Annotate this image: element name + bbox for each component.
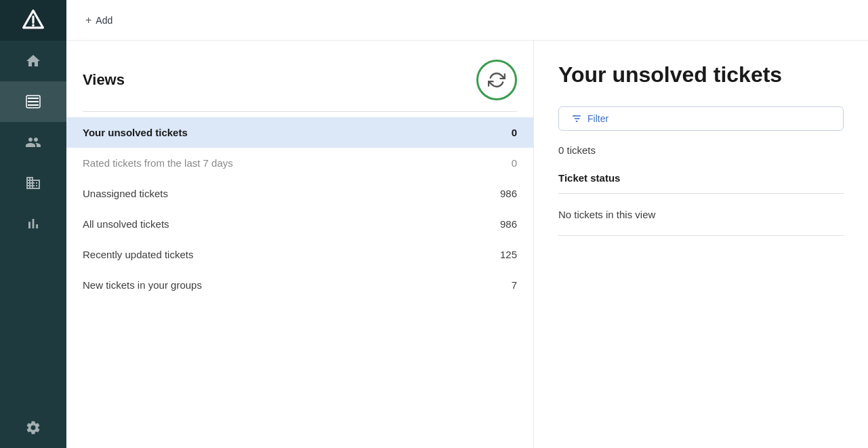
no-tickets-message: No tickets in this view [558,194,844,236]
plus-icon: + [85,14,91,26]
view-item-count: 0 [512,157,517,169]
view-item-your-unsolved[interactable]: Your unsolved tickets 0 [66,117,533,148]
views-list: Your unsolved tickets 0 Rated tickets fr… [66,112,533,306]
svg-point-7 [574,115,575,117]
topbar: + Add [66,0,868,41]
views-title: Views [83,71,125,89]
view-item-all-unsolved[interactable]: All unsolved tickets 986 [66,209,533,239]
add-button[interactable]: + Add [80,10,118,30]
view-item-count: 986 [500,218,517,230]
filter-icon [571,113,582,124]
home-icon [25,53,41,69]
view-item-label: Recently updated tickets [83,249,193,260]
sidebar-item-organizations[interactable] [0,163,66,203]
orgs-icon [25,175,41,191]
view-item-label: Rated tickets from the last 7 days [83,157,233,169]
ticket-status-header: Ticket status [558,172,844,194]
svg-point-2 [32,24,35,26]
reports-icon [25,216,41,232]
view-item-count: 7 [512,279,517,291]
svg-point-9 [576,121,577,122]
tickets-icon [25,94,41,110]
sidebar-item-settings[interactable] [0,407,66,448]
sidebar-item-users[interactable] [0,122,66,163]
tickets-panel-title: Your unsolved tickets [558,62,844,87]
view-item-label: Unassigned tickets [83,188,168,199]
main-content: + Add Views Your unsolved ticket [66,0,868,448]
view-item-unassigned[interactable]: Unassigned tickets 986 [66,178,533,209]
view-item-label: Your unsolved tickets [83,127,188,138]
add-label: Add [96,15,112,26]
refresh-button[interactable] [476,60,517,100]
view-item-count: 125 [500,249,517,260]
sidebar-nav [0,41,66,448]
views-header: Views [66,41,533,111]
view-item-recently-updated[interactable]: Recently updated tickets 125 [66,239,533,270]
filter-button[interactable]: Filter [558,106,844,131]
logo [0,0,66,41]
ticket-count: 0 tickets [558,144,844,156]
sidebar-item-tickets[interactable] [0,81,66,122]
app-logo-icon [21,8,45,33]
content-area: Views Your unsolved tickets 0 Rated tick… [66,41,868,448]
settings-icon [25,420,41,436]
refresh-icon [488,71,505,89]
sidebar [0,0,66,448]
view-item-label: All unsolved tickets [83,218,169,230]
sidebar-item-home[interactable] [0,41,66,81]
view-item-count: 0 [512,127,517,138]
sidebar-item-reports[interactable] [0,203,66,244]
view-item-count: 986 [500,188,517,199]
view-item-new-in-groups[interactable]: New tickets in your groups 7 [66,270,533,300]
svg-point-8 [578,118,579,119]
users-icon [25,134,41,150]
views-panel: Views Your unsolved tickets 0 Rated tick… [66,41,534,448]
filter-label: Filter [587,113,608,124]
view-item-label: New tickets in your groups [83,279,202,291]
tickets-panel: Your unsolved tickets Filter 0 tickets T… [534,41,868,448]
view-item-rated-last-7[interactable]: Rated tickets from the last 7 days 0 [66,148,533,178]
